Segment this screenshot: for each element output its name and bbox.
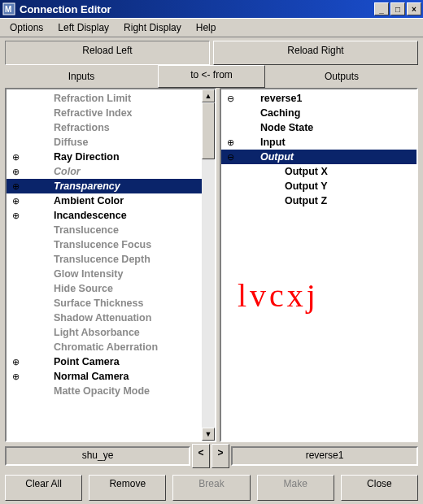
item-label: Ambient Color <box>21 195 124 206</box>
item-label: Glow Intensity <box>21 268 123 280</box>
item-label: Point Camera <box>21 356 120 367</box>
inputs-list[interactable]: Refraction LimitRefractive IndexRefracti… <box>7 89 215 441</box>
item-label: Shadow Attenuation <box>21 312 151 324</box>
list-item[interactable]: ⊕Point Camera <box>7 354 215 369</box>
list-item[interactable]: Output Z <box>221 193 416 208</box>
item-label: Output <box>236 151 294 163</box>
window-title: Connection Editor <box>20 3 373 15</box>
item-label: Output Y <box>236 180 328 192</box>
reload-right-button[interactable]: Reload Right <box>213 41 418 65</box>
list-item[interactable]: ⊕Normal Camera <box>7 369 215 384</box>
item-label: Chromatic Aberration <box>21 341 158 353</box>
expand-icon[interactable]: ⊕ <box>10 196 21 206</box>
right-node-field[interactable]: reverse1 <box>231 446 418 466</box>
list-item[interactable]: Refraction Limit <box>7 91 215 106</box>
close-button[interactable]: Close <box>341 475 418 501</box>
list-item[interactable]: Hide Source <box>7 281 215 296</box>
left-node-field[interactable]: shu_ye <box>5 446 190 466</box>
menu-help[interactable]: Help <box>191 20 221 35</box>
maximize-button[interactable]: □ <box>390 2 405 15</box>
expand-icon[interactable]: ⊕ <box>10 211 21 221</box>
list-item[interactable]: Translucence Depth <box>7 252 215 267</box>
list-item[interactable]: Surface Thickness <box>7 296 215 311</box>
expand-icon[interactable]: ⊕ <box>10 152 21 163</box>
collapse-icon[interactable]: ⊖ <box>225 152 236 163</box>
outputs-label: Outputs <box>265 71 418 82</box>
inputs-panel: Refraction LimitRefractive IndexRefracti… <box>5 88 216 442</box>
list-item[interactable]: Node State <box>221 120 416 135</box>
list-item[interactable]: ⊖reverse1 <box>221 91 416 106</box>
clear-all-button[interactable]: Clear All <box>5 475 82 501</box>
app-icon: M <box>2 2 16 16</box>
expand-icon[interactable]: ⊕ <box>10 181 21 192</box>
item-label: Translucence <box>21 224 119 236</box>
inputs-label: Inputs <box>5 71 158 82</box>
item-label: Translucence Depth <box>21 254 150 265</box>
item-label: Refraction Limit <box>21 93 131 104</box>
list-item[interactable]: ⊕Input <box>221 135 416 150</box>
minimize-button[interactable]: _ <box>374 2 389 15</box>
list-item[interactable]: Refractive Index <box>7 106 215 120</box>
close-window-button[interactable]: × <box>407 2 421 15</box>
list-item[interactable]: Translucence Focus <box>7 237 215 252</box>
expand-icon[interactable]: ⊕ <box>225 137 236 148</box>
list-item[interactable]: Light Absorbance <box>7 325 215 340</box>
item-label: Color <box>21 166 81 177</box>
item-label: Diffuse <box>21 137 88 148</box>
collapse-icon[interactable]: ⊖ <box>225 93 236 104</box>
outputs-list[interactable]: ⊖reverse1CachingNode State⊕Input⊖OutputO… <box>221 89 416 441</box>
scroll-up-icon[interactable]: ▲ <box>202 89 215 102</box>
menu-left-display[interactable]: Left Display <box>53 20 114 35</box>
list-item[interactable]: Chromatic Aberration <box>7 340 215 354</box>
list-item[interactable]: Matte Opacity Mode <box>7 384 215 398</box>
expand-icon[interactable]: ⊕ <box>10 167 21 177</box>
left-scrollbar[interactable]: ▲ ▼ <box>202 89 215 441</box>
item-label: Output X <box>236 166 328 177</box>
remove-button[interactable]: Remove <box>89 475 166 501</box>
list-item[interactable]: Refractions <box>7 120 215 135</box>
direction-button[interactable]: to <- from <box>158 65 265 88</box>
menu-options[interactable]: Options <box>5 20 48 35</box>
item-label: Ray Direction <box>21 151 120 163</box>
make-button[interactable]: Make <box>257 475 334 501</box>
item-label: Input <box>236 137 286 148</box>
scroll-down-icon[interactable]: ▼ <box>202 428 215 441</box>
item-label: Refractive Index <box>21 107 133 119</box>
titlebar: M Connection Editor _ □ × <box>0 0 423 18</box>
break-button[interactable]: Break <box>172 475 250 501</box>
list-item[interactable]: Shadow Attenuation <box>7 311 215 325</box>
item-label: Incandescence <box>21 210 127 221</box>
list-item[interactable]: Caching <box>221 106 416 120</box>
list-item[interactable]: ⊕Color <box>7 164 215 179</box>
menubar: Options Left Display Right Display Help <box>0 18 423 37</box>
item-label: Transparency <box>21 180 120 192</box>
list-item[interactable]: Output Y <box>221 179 416 193</box>
menu-right-display[interactable]: Right Display <box>119 20 186 35</box>
item-label: Caching <box>236 107 300 119</box>
outputs-panel: ⊖reverse1CachingNode State⊕Input⊖OutputO… <box>220 88 418 442</box>
reload-left-button[interactable]: Reload Left <box>5 41 210 65</box>
list-item[interactable]: ⊕Incandescence <box>7 208 215 223</box>
list-item[interactable]: ⊖Output <box>221 150 416 164</box>
expand-icon[interactable]: ⊕ <box>10 371 21 382</box>
expand-icon[interactable]: ⊕ <box>10 357 21 367</box>
item-label: Surface Thickness <box>21 298 143 309</box>
list-item[interactable]: Translucence <box>7 223 215 237</box>
scroll-thumb[interactable] <box>202 102 215 159</box>
item-label: Hide Source <box>21 283 113 294</box>
item-label: Node State <box>236 122 313 133</box>
item-label: reverse1 <box>236 93 302 104</box>
item-label: Translucence Focus <box>21 239 151 250</box>
nav-prev-button[interactable]: < <box>192 444 210 468</box>
list-item[interactable]: ⊕Transparency <box>7 179 215 193</box>
list-item[interactable]: ⊕Ray Direction <box>7 150 215 164</box>
list-item[interactable]: Glow Intensity <box>7 267 215 281</box>
list-item[interactable]: ⊕Ambient Color <box>7 193 215 208</box>
item-label: Output Z <box>236 195 327 206</box>
list-item[interactable]: Output X <box>221 164 416 179</box>
list-item[interactable]: Diffuse <box>7 135 215 150</box>
item-label: Normal Camera <box>21 371 129 382</box>
item-label: Refractions <box>21 122 110 133</box>
nav-next-button[interactable]: > <box>212 444 229 468</box>
item-label: Matte Opacity Mode <box>21 385 150 397</box>
